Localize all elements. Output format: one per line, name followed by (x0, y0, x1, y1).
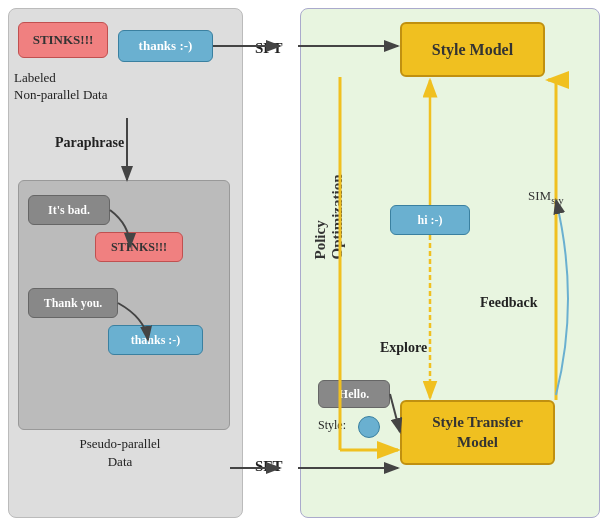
style-transfer-box: Style TransferModel (400, 400, 555, 465)
sim-label: SIMsty (528, 188, 564, 206)
style-label: Style: (318, 418, 346, 433)
sft-top-label: SFT (255, 40, 283, 57)
thanks-bottom-box: thanks :-) (108, 325, 203, 355)
style-circle (358, 416, 380, 438)
hi-box: hi :-) (390, 205, 470, 235)
explore-label: Explore (380, 340, 427, 356)
stinks-top-box: STINKS!!! (18, 22, 108, 58)
policy-optimization-label: PolicyOptimization (312, 175, 346, 260)
stinks-bottom-box: STINKS!!! (95, 232, 183, 262)
hello-box: Hello. (318, 380, 390, 408)
its-bad-box: It's bad. (28, 195, 110, 225)
thanks-top-box: thanks :-) (118, 30, 213, 62)
feedback-label: Feedback (480, 295, 538, 311)
style-model-box: Style Model (400, 22, 545, 77)
paraphrase-label: Paraphrase (55, 135, 124, 151)
thank-you-box: Thank you. (28, 288, 118, 318)
diagram: STINKS!!! thanks :-) LabeledNon-parallel… (0, 0, 608, 526)
pseudo-label: Pseudo-parallelData (30, 435, 210, 471)
labeled-data-label: LabeledNon-parallel Data (14, 70, 134, 104)
sft-bottom-label: SFT (255, 458, 283, 475)
